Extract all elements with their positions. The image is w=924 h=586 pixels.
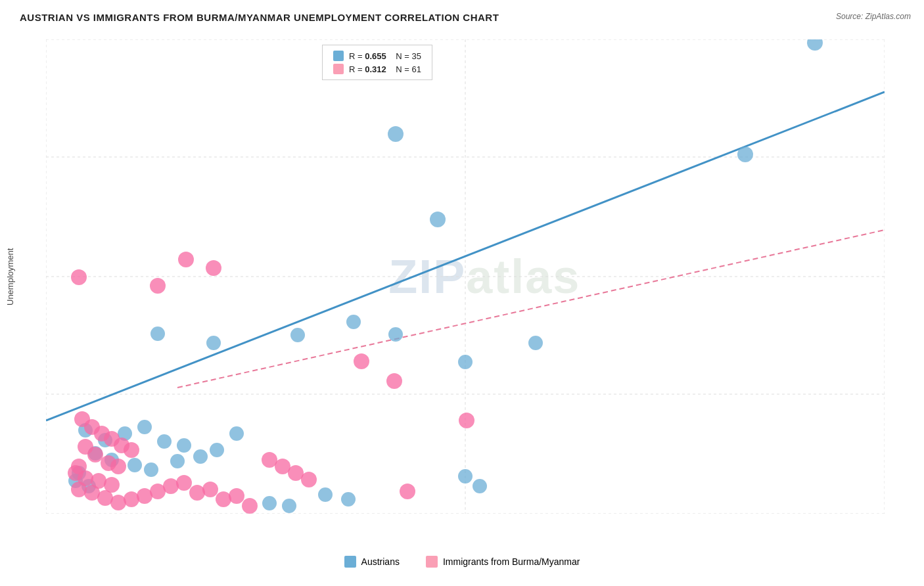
immigrants-swatch xyxy=(333,64,344,74)
svg-line-9 xyxy=(177,230,885,388)
svg-point-66 xyxy=(110,495,126,510)
svg-point-71 xyxy=(176,475,192,491)
svg-point-75 xyxy=(229,488,244,504)
svg-point-47 xyxy=(206,260,221,276)
svg-point-20 xyxy=(177,438,191,453)
svg-point-81 xyxy=(354,353,369,369)
svg-point-31 xyxy=(290,328,305,342)
chart-svg: 25.0% 18.8% 12.5% 6.3% 0.0% 60.0% xyxy=(46,39,885,514)
svg-point-11 xyxy=(388,126,404,142)
svg-point-44 xyxy=(71,269,87,285)
bottom-legend-immigrants: Immigrants from Burma/Myanmar xyxy=(426,556,580,568)
svg-point-29 xyxy=(150,327,165,341)
svg-point-13 xyxy=(430,212,446,227)
austrians-swatch xyxy=(333,51,344,61)
svg-point-30 xyxy=(206,336,221,350)
legend-box: R = 0.655 N = 35 R = 0.312 N = 61 xyxy=(322,45,432,80)
svg-point-40 xyxy=(341,492,356,507)
svg-point-35 xyxy=(458,469,473,484)
bottom-legend: Austrians Immigrants from Burma/Myanmar xyxy=(0,556,924,568)
svg-point-46 xyxy=(178,252,194,267)
svg-point-76 xyxy=(242,498,258,514)
chart-area: ZIPatlas xyxy=(46,39,885,514)
svg-point-26 xyxy=(193,449,208,464)
svg-point-55 xyxy=(87,447,103,462)
immigrants-bottom-swatch xyxy=(426,556,438,568)
y-axis-label: Unemployment xyxy=(5,39,15,514)
svg-point-28 xyxy=(229,426,244,441)
svg-point-32 xyxy=(346,315,361,329)
svg-point-25 xyxy=(170,454,185,468)
svg-point-83 xyxy=(400,484,415,499)
svg-point-84 xyxy=(459,413,474,428)
svg-point-14 xyxy=(388,327,403,342)
immigrants-legend-text: R = 0.312 N = 61 xyxy=(349,64,421,74)
svg-point-67 xyxy=(124,491,139,507)
chart-container: AUSTRIAN VS IMMIGRANTS FROM BURMA/MYANMA… xyxy=(0,0,924,586)
svg-point-53 xyxy=(124,442,139,458)
svg-point-45 xyxy=(150,278,166,294)
svg-point-27 xyxy=(210,443,224,457)
svg-point-12 xyxy=(737,146,753,162)
svg-point-73 xyxy=(202,482,218,497)
svg-point-39 xyxy=(318,487,333,502)
austrians-bottom-swatch xyxy=(344,556,356,568)
svg-point-33 xyxy=(458,355,473,369)
bottom-legend-austrians: Austrians xyxy=(344,556,400,568)
svg-point-70 xyxy=(163,478,179,494)
svg-point-19 xyxy=(157,434,172,449)
svg-point-82 xyxy=(386,373,402,389)
svg-point-63 xyxy=(71,482,87,497)
svg-point-37 xyxy=(262,496,277,510)
svg-point-80 xyxy=(301,472,317,487)
svg-point-74 xyxy=(216,491,231,507)
austrians-bottom-label: Austrians xyxy=(361,556,400,567)
immigrants-bottom-label: Immigrants from Burma/Myanmar xyxy=(443,556,580,567)
svg-point-24 xyxy=(144,462,158,477)
chart-title: AUSTRIAN VS IMMIGRANTS FROM BURMA/MYANMA… xyxy=(20,12,499,23)
legend-row-austrians: R = 0.655 N = 35 xyxy=(333,51,421,61)
svg-point-18 xyxy=(137,420,152,434)
svg-point-36 xyxy=(473,479,487,493)
legend-row-immigrants: R = 0.312 N = 61 xyxy=(333,64,421,74)
svg-point-23 xyxy=(127,458,142,472)
svg-point-57 xyxy=(110,459,126,474)
svg-point-10 xyxy=(807,39,823,51)
svg-point-38 xyxy=(282,499,296,513)
austrians-legend-text: R = 0.655 N = 35 xyxy=(349,51,421,61)
svg-point-34 xyxy=(528,336,543,350)
svg-point-72 xyxy=(189,485,205,501)
source-label: Source: ZipAtlas.com xyxy=(836,12,911,21)
